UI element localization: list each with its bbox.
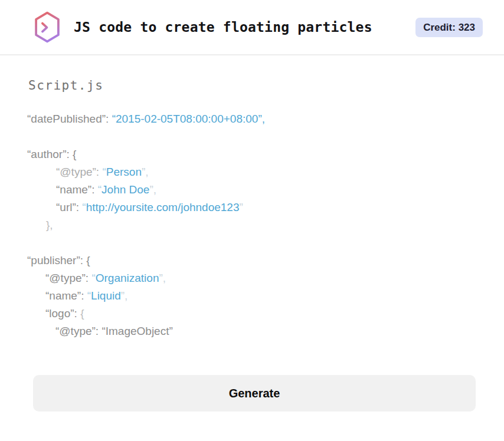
code-line [27,234,476,252]
code-token: : [80,254,87,266]
code-token: }, [46,219,53,231]
code-line [27,128,476,146]
code-token: “@type” [56,166,96,178]
generate-button[interactable]: Generate [33,375,476,412]
code-line: “publisher”: { [27,252,476,269]
main-content: Script.js “datePublished”: “2015-02-05T0… [0,55,504,412]
app-window: JS code to create floating particles Cre… [0,0,504,412]
page-title: JS code to create floating particles [74,19,372,35]
code-token: “url” [56,201,76,213]
code-token: “2015-02-05T08:00:00+08:00”, [112,113,265,125]
code-token: ”, [149,183,156,196]
code-line: “author”: { [27,146,476,163]
code-token: ”, [159,272,166,284]
code-line: “name”: “Liquid”, [27,287,476,305]
code-line: “datePublished”: “2015-02-05T08:00:00+08… [27,110,476,128]
code-token: : [91,183,98,196]
code-token: Person [106,166,142,178]
code-token: “@type”: “ImageObject” [55,325,173,337]
code-token: “datePublished” [27,113,106,125]
code-token: “logo” [45,307,74,320]
code-token: Liquid [91,289,121,302]
code-token: : [74,307,81,320]
code-token: “author” [27,148,67,160]
code-line: “logo”: { [27,305,476,322]
code-token: John Doe [102,183,149,196]
code-token: “publisher” [27,254,80,266]
code-token: ”, [142,166,149,178]
code-token: : [81,289,87,302]
credit-badge: Credit: 323 [415,18,483,37]
terminal-hexagon-logo-icon [31,11,63,43]
file-title: Script.js [28,77,476,94]
code-token: : [96,166,103,178]
code-token: http://yoursite.com/johndoe123 [86,201,240,213]
code-token: “name” [45,289,81,302]
code-line: “name”: “John Doe”, [27,181,476,199]
code-line: “@type”: “Organization”, [27,269,476,287]
code-token: Organization [96,272,159,284]
code-line: “url”: “http://yoursite.com/johndoe123” [27,199,476,216]
code-line: }, [27,216,476,234]
code-line: “@type”: “Person”, [27,163,476,181]
header: JS code to create floating particles Cre… [0,0,504,55]
code-token: ” [240,201,243,213]
code-token: “name” [56,183,91,196]
code-token: : [106,113,112,125]
code-block: “datePublished”: “2015-02-05T08:00:00+08… [27,110,476,340]
code-token: : [67,148,73,160]
code-token: : [86,272,92,284]
code-line: “@type”: “ImageObject” [27,322,476,340]
code-token: “@type” [45,272,86,284]
code-token: { [80,307,84,320]
code-token: ”, [121,289,128,302]
code-token: : [76,201,83,213]
code-token: { [73,148,76,160]
code-token: { [86,254,90,266]
